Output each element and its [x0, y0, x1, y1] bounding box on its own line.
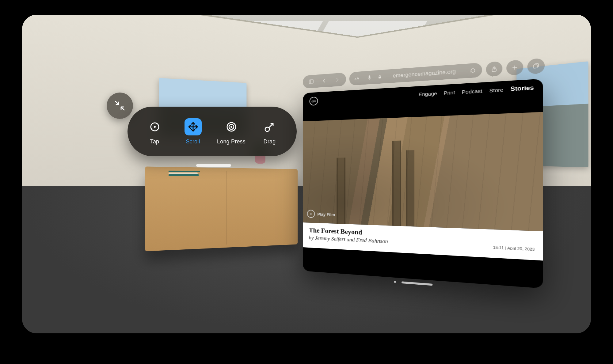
- svg-rect-10: [369, 75, 370, 78]
- svg-text:A: A: [355, 78, 356, 81]
- nav-podcast[interactable]: Podcast: [462, 88, 482, 95]
- share-button[interactable]: [486, 61, 503, 77]
- site-logo[interactable]: em: [310, 97, 318, 106]
- story-duration: 15:11: [493, 245, 504, 250]
- sidebar-button[interactable]: [306, 76, 317, 88]
- pointer-control-scroll-label: Scroll: [186, 138, 200, 145]
- scroll-icon: [187, 121, 199, 133]
- lock-icon: [377, 74, 382, 79]
- voice-button[interactable]: [365, 73, 374, 82]
- pointer-control-tap-label: Tap: [150, 138, 159, 145]
- pointer-control-close-button[interactable]: [107, 93, 133, 119]
- safari-action-group: [486, 58, 545, 77]
- webpage: em Engage Print Podcast Store Stories: [303, 79, 543, 288]
- play-film-label: Play Film: [317, 212, 335, 217]
- pointer-control-long-press-label: Long Press: [217, 138, 246, 145]
- plus-icon: [511, 64, 519, 71]
- arrows-in-icon: [114, 100, 126, 112]
- address-text: emergencemagazine.org: [386, 68, 464, 79]
- nav-store[interactable]: Store: [489, 87, 503, 93]
- microphone-icon: [367, 74, 372, 81]
- sidebar-icon: [309, 78, 314, 84]
- pointer-control-grab-bar[interactable]: [196, 164, 231, 167]
- reload-button[interactable]: [468, 65, 478, 76]
- chevron-right-icon: [334, 77, 340, 83]
- forward-button[interactable]: [332, 74, 343, 86]
- svg-point-1: [154, 126, 156, 128]
- room-books: [169, 170, 200, 176]
- story-hero-image: Play Film: [303, 112, 543, 231]
- nav-engage[interactable]: Engage: [419, 90, 437, 97]
- room-credenza: [145, 166, 298, 251]
- svg-point-4: [230, 126, 232, 128]
- pointer-control-bar: Tap Scroll: [128, 107, 297, 156]
- text-size-icon: AA: [354, 75, 360, 82]
- hero-detail: [337, 157, 345, 224]
- pointer-control-long-press[interactable]: Long Press: [215, 118, 248, 145]
- spatial-scene: Tap Scroll: [22, 15, 591, 333]
- play-film-button[interactable]: Play Film: [307, 209, 335, 219]
- svg-rect-12: [379, 77, 381, 78]
- reader-button[interactable]: AA: [352, 74, 362, 83]
- tabs-icon: [532, 63, 540, 70]
- chevron-left-icon: [321, 78, 327, 84]
- svg-rect-14: [534, 65, 537, 68]
- nav-print[interactable]: Print: [444, 89, 455, 96]
- pointer-control-drag-label: Drag: [264, 138, 276, 145]
- pointer-control-scroll[interactable]: Scroll: [176, 118, 210, 145]
- safari-window: AA emergencemagazine.org: [303, 55, 543, 288]
- long-press-icon: [225, 121, 238, 133]
- svg-rect-6: [309, 80, 313, 84]
- tap-icon: [149, 121, 161, 133]
- safari-nav-group: [303, 73, 346, 89]
- play-icon: [307, 210, 315, 218]
- nav-stories[interactable]: Stories: [511, 84, 534, 93]
- share-icon: [491, 66, 498, 72]
- pointer-control-tap[interactable]: Tap: [138, 118, 172, 145]
- svg-text:A: A: [357, 77, 359, 80]
- tabs-button[interactable]: [527, 58, 545, 74]
- new-tab-button[interactable]: [506, 59, 523, 75]
- back-button[interactable]: [318, 75, 329, 87]
- window-close-dot[interactable]: [394, 281, 396, 283]
- hero-detail: [406, 150, 414, 226]
- hero-detail: [392, 141, 401, 226]
- site-nav: Engage Print Podcast Store Stories: [419, 84, 534, 97]
- reload-icon: [470, 67, 476, 74]
- pointer-control-drag[interactable]: Drag: [253, 118, 287, 145]
- drag-icon: [264, 121, 276, 133]
